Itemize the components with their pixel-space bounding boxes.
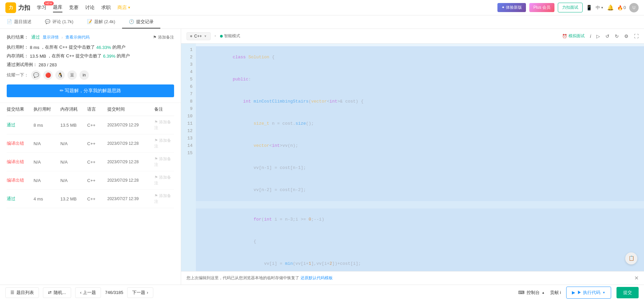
th-date: 提交时间 (107, 106, 154, 112)
share-douban[interactable]: 豆 (67, 70, 77, 80)
tab-description[interactable]: 📄 题目描述 (0, 15, 38, 28)
submit-btn[interactable]: 提交 (616, 287, 639, 298)
table-row: 通过 8 ms 13.5 MB C++ 2023/07/29 12:29 ⚑ 添… (7, 116, 174, 134)
lang-select[interactable]: C++ ▼ (186, 32, 211, 40)
nav-item-learn[interactable]: 学习 NEW (37, 3, 46, 12)
run-code-btn[interactable]: ▶ ▶ 执行代码 ▼ (566, 287, 611, 299)
fullscreen-tool-btn[interactable]: ⛶ (634, 34, 639, 39)
row1-result[interactable]: 通过 (7, 122, 34, 128)
row1-mem: 13.5 MB (60, 123, 87, 128)
mem-pct: 6.39% (103, 54, 115, 59)
play-tool-btn[interactable]: ▷ (596, 34, 600, 39)
contribute-btn[interactable]: 贡献 i (550, 290, 561, 296)
th-time: 执行用时 (34, 106, 60, 112)
clipboard-btn[interactable]: 📋 (625, 252, 637, 264)
share-linkedin[interactable]: in (79, 70, 89, 80)
stat-row-mem: 内存消耗： 13.5 MB ，在所有 C++ 提交中击败了 6.39% 的用户 (7, 53, 174, 59)
ai-mode-btn[interactable]: 智能模式 (220, 33, 240, 39)
avatar[interactable]: U (629, 3, 639, 12)
random-btn[interactable]: ⇄ 随机... (43, 287, 71, 298)
logo[interactable]: 力 力扣 (5, 2, 30, 13)
view-code-link[interactable]: 查看示例代码 (65, 35, 90, 40)
device-icon-btn[interactable]: 📱 (586, 5, 592, 11)
row2-date: 2023/07/29 12:28 (107, 141, 154, 146)
right-panel: C++ ▼ • 智能模式 ⏰ 模拟面试 i ▷ ↺ ↻ ⚙ ⛶ (181, 29, 644, 285)
table-row: 通过 4 ms 13.2 MB C++ 2023/07/27 12:39 ⚑ 添… (7, 190, 174, 208)
code-content[interactable]: class Solution { public: int minCostClim… (196, 44, 644, 271)
th-note: 备注 (154, 106, 174, 112)
top-nav: 力 力扣 学习 NEW 题库 竞赛 讨论 求职 商店 ▼ ✦ 体验新版 Plus… (0, 0, 644, 15)
share-weibo[interactable]: 🔴 (43, 70, 53, 80)
restore-link[interactable]: 还原默认代码模板 (301, 275, 333, 281)
code-area[interactable]: 12345 678910 1112131415 class Solution {… (181, 44, 644, 271)
result-section: 执行结果： 通过 显示详情 › 查看示例代码 ⚑ 添加备注 执行用时： 8 ms… (0, 29, 181, 103)
row1-note[interactable]: ⚑ 添加备注 (154, 119, 174, 131)
left-panel: 执行结果： 通过 显示详情 › 查看示例代码 ⚑ 添加备注 执行用时： 8 ms… (0, 29, 181, 285)
tab-submissions[interactable]: 🕐 提交记录 (122, 15, 160, 28)
sub-tabs-bar: 📄 题目描述 💬 评论 (1.7k) 📝 题解 (2.4k) 🕐 提交记录 (0, 15, 644, 29)
nav-item-jobs[interactable]: 求职 (101, 3, 111, 12)
flag-icon: ⚑ (153, 35, 157, 40)
notice-text: 您上次编辑到这里，代码已从您浏览器本地的临时存储中恢复了 (186, 275, 299, 281)
interview-btn[interactable]: 力扣面试 (558, 3, 583, 12)
plus-btn[interactable]: Plus 会员 (529, 3, 554, 12)
simulate-btn[interactable]: ⏰ 模拟面试 (562, 33, 585, 39)
row2-result[interactable]: 编译出错 (7, 140, 34, 146)
result-label: 执行结果： (7, 34, 29, 40)
prev-icon: ‹ (80, 290, 82, 295)
nav-item-discuss[interactable]: 讨论 (85, 3, 95, 12)
detail-link[interactable]: 显示详情 (43, 35, 59, 40)
share-qq[interactable]: 🐧 (55, 70, 65, 80)
code-line-5: vector<int>vv(n); (196, 135, 644, 157)
row3-time: N/A (34, 160, 60, 165)
experience-btn[interactable]: ✦ 体验新版 (497, 3, 526, 12)
nav-item-problems[interactable]: 题库 (53, 3, 62, 12)
separator: › (61, 35, 63, 40)
row4-note[interactable]: ⚑ 添加备注 (154, 175, 174, 186)
row2-note[interactable]: ⚑ 添加备注 (154, 138, 174, 149)
undo-tool-btn[interactable]: ↺ (605, 34, 609, 39)
row5-note[interactable]: ⚑ 添加备注 (154, 193, 174, 204)
share-label: 炫耀一下： (7, 72, 29, 78)
stat-row-time: 执行用时： 8 ms ，在所有 C++ 提交中击败了 46.33% 的用户 (7, 44, 174, 50)
notification-bell[interactable]: 🔔 (607, 4, 614, 11)
tab-solutions[interactable]: 📝 题解 (2.4k) (80, 15, 122, 28)
description-icon: 📄 (7, 19, 12, 24)
share-row: 炫耀一下： 💬 🔴 🐧 豆 in (7, 70, 174, 80)
settings-tool-btn[interactable]: ⚙ (624, 34, 629, 39)
row5-time: 4 ms (34, 196, 60, 201)
submissions-icon: 🕐 (129, 19, 134, 24)
write-solution-btn[interactable]: ✏ 写题解，分享我的解题思路 (7, 84, 174, 97)
add-note-btn[interactable]: ⚑ 添加备注 (153, 35, 174, 40)
row5-date: 2023/07/27 12:39 (107, 196, 154, 201)
nav-item-shop[interactable]: 商店 ▼ (117, 3, 131, 12)
code-line-10: { (196, 231, 644, 253)
row3-note[interactable]: ⚑ 添加备注 (154, 156, 174, 168)
th-mem: 内存消耗 (60, 106, 87, 112)
row2-time: N/A (34, 141, 60, 146)
mem-suffix2: 的用户 (117, 53, 130, 59)
row5-result[interactable]: 通过 (7, 196, 34, 202)
row5-mem: 13.2 MB (60, 196, 87, 201)
row3-result[interactable]: 编译出错 (7, 159, 34, 165)
prev-btn[interactable]: ‹ 上一题 (75, 287, 101, 298)
code-line-11: vv[i] = min(vv[i+1],vv[i+2])+cost[i]; (196, 253, 644, 271)
tab-comments[interactable]: 💬 评论 (1.7k) (38, 15, 80, 28)
problem-list-btn[interactable]: ☰ 题目列表 (5, 287, 39, 298)
th-lang: 语言 (87, 106, 107, 112)
redo-tool-btn[interactable]: ↻ (615, 34, 619, 39)
console-chevron-icon: ▲ (542, 291, 545, 294)
time-suffix2: 的用户 (112, 44, 125, 50)
lang-selector[interactable]: 中 ▼ (596, 5, 604, 11)
nav-item-contest[interactable]: 竞赛 (69, 3, 78, 12)
close-notice-btn[interactable]: ✕ (634, 275, 639, 281)
console-btn[interactable]: ⌨ 控制台 ▲ (518, 290, 545, 296)
stat-row-tests: 通过测试用例： 283 / 283 (7, 62, 174, 68)
italic-tool-btn[interactable]: i (590, 34, 591, 39)
next-btn[interactable]: 下一题 › (127, 287, 153, 298)
share-wechat[interactable]: 💬 (31, 70, 41, 80)
shop-chevron-icon: ▼ (127, 6, 131, 9)
mem-suffix: ，在所有 C++ 提交中击败了 (47, 53, 102, 59)
code-line-2: public: (196, 68, 644, 91)
row4-result[interactable]: 编译出错 (7, 177, 34, 183)
